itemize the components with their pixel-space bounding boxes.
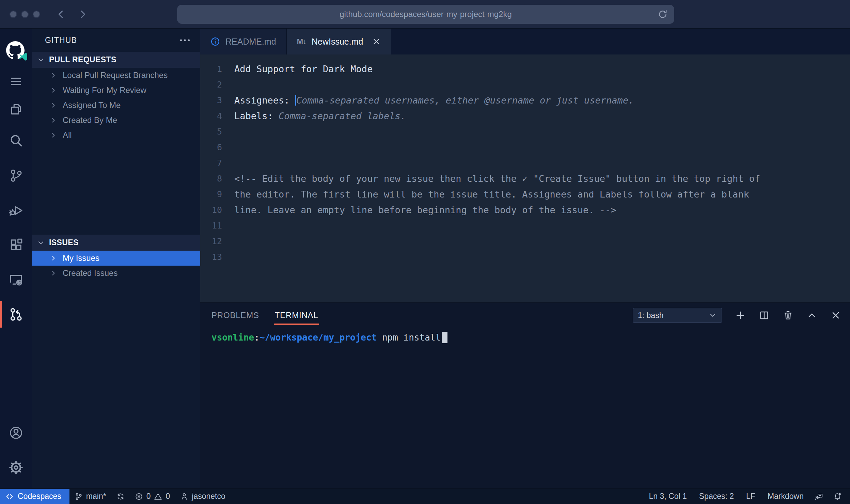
editor-line[interactable]: 11	[200, 218, 850, 234]
tab-label: NewIssue.md	[312, 37, 363, 47]
chevron-right-icon	[50, 269, 57, 277]
labels-hint: Comma-separated labels.	[279, 111, 406, 121]
tab-newissue[interactable]: M↓ NewIssue.md	[287, 29, 392, 54]
window-maximize-button[interactable]	[33, 11, 40, 18]
maximize-panel-icon[interactable]	[806, 310, 817, 321]
section-pull-requests[interactable]: PULL REQUESTS	[32, 52, 200, 68]
tree-item-local-pr-branches[interactable]: Local Pull Request Branches	[32, 68, 200, 83]
info-icon	[210, 37, 220, 46]
tree-item-all[interactable]: All	[32, 128, 200, 143]
problems-status-item[interactable]: 0 0	[130, 489, 175, 504]
line-number: 10	[200, 202, 222, 218]
tree-item-created-by-me[interactable]: Created By Me	[32, 113, 200, 128]
sync-icon	[116, 492, 125, 501]
line-number: 9	[200, 187, 222, 202]
cursor-position-item[interactable]: Ln 3, Col 1	[643, 489, 693, 504]
menu-icon[interactable]	[0, 67, 32, 95]
editor-line[interactable]: 8<!-- Edit the body of your new issue th…	[200, 171, 850, 187]
forward-icon[interactable]	[78, 9, 88, 19]
terminal-cursor	[442, 332, 447, 343]
editor-line[interactable]: 7	[200, 155, 850, 171]
chevron-right-icon	[50, 131, 57, 139]
terminal-prompt-line: vsonline : ~/workspace/my_project npm in…	[211, 330, 850, 345]
window-minimize-button[interactable]	[21, 11, 29, 18]
split-terminal-icon[interactable]	[759, 310, 770, 321]
window-close-button[interactable]	[10, 11, 17, 18]
language-mode-item[interactable]: Markdown	[761, 489, 810, 504]
close-panel-icon[interactable]	[830, 310, 841, 321]
editor-tab-bar: README.md M↓ NewIssue.md	[200, 29, 850, 54]
terminal-output[interactable]: vsonline : ~/workspace/my_project npm in…	[200, 328, 850, 488]
indentation-item[interactable]: Spaces: 2	[693, 489, 740, 504]
more-actions-icon[interactable]	[180, 38, 190, 42]
tree-item-my-issues[interactable]: My Issues	[32, 251, 200, 266]
warning-count: 0	[166, 492, 170, 501]
warnings-icon	[154, 492, 162, 501]
editor-line[interactable]: 12	[200, 234, 850, 249]
codespaces-status-item[interactable]: Codespaces	[0, 489, 69, 504]
eol-item[interactable]: LF	[740, 489, 761, 504]
tree-item-label: All	[63, 130, 72, 140]
github-pull-requests-icon[interactable]	[0, 297, 32, 332]
editor-line[interactable]: 1Add Support for Dark Mode	[200, 61, 850, 77]
explorer-icon[interactable]	[0, 95, 32, 123]
terminal-command: npm install	[377, 332, 441, 343]
editor-line[interactable]: 10line. Leave an empty line before begin…	[200, 202, 850, 218]
user-status-item[interactable]: jasonetco	[175, 489, 230, 504]
sync-status-item[interactable]	[111, 489, 130, 504]
tree-item-label: My Issues	[63, 253, 99, 263]
terminal-user: vsonline	[211, 332, 254, 343]
account-icon[interactable]	[0, 415, 32, 450]
sidebar-title: GITHUB	[45, 36, 77, 45]
chevron-down-icon	[709, 311, 717, 319]
new-terminal-icon[interactable]	[735, 310, 746, 321]
editor-line[interactable]: 13	[200, 249, 850, 265]
editor-line[interactable]: 6	[200, 140, 850, 155]
line-number: 12	[200, 234, 222, 249]
extensions-icon[interactable]	[0, 227, 32, 262]
terminal-path: ~/workspace/my_project	[259, 332, 377, 343]
tab-label: README.md	[225, 37, 276, 47]
section-issues[interactable]: ISSUES	[32, 235, 200, 251]
editor-line[interactable]: 4Labels: Comma-separated labels.	[200, 108, 850, 124]
remote-explorer-icon[interactable]	[0, 262, 32, 297]
tree-item-assigned-to-me[interactable]: Assigned To Me	[32, 98, 200, 113]
chevron-right-icon	[50, 116, 57, 124]
status-bar: Codespaces main* 0 0 jasonetco Ln 3, Col…	[0, 488, 850, 504]
issue-title-text: Add Support for Dark Mode	[234, 64, 373, 74]
tree-item-label: Local Pull Request Branches	[63, 70, 168, 80]
terminal-separator: :	[254, 332, 259, 343]
settings-gear-icon[interactable]	[0, 450, 32, 485]
terminal-shell-select[interactable]: 1: bash	[633, 308, 722, 323]
branch-status-item[interactable]: main*	[69, 489, 111, 504]
editor-line[interactable]: 9the editor. The first line will be the …	[200, 187, 850, 202]
labels-label: Labels:	[234, 111, 279, 121]
editor-line[interactable]: 2	[200, 77, 850, 93]
tab-terminal[interactable]: TERMINAL	[275, 303, 318, 328]
tree-item-label: Waiting For My Review	[63, 85, 146, 95]
notifications-item[interactable]	[828, 489, 847, 504]
line-number: 2	[200, 77, 222, 93]
line-number: 4	[200, 108, 222, 124]
tree-item-label: Created Issues	[63, 268, 117, 278]
git-branch-icon	[75, 492, 83, 501]
sidebar-spacer	[32, 143, 200, 235]
url-bar[interactable]: github.com/codespaces/user-my-project-mg…	[177, 5, 674, 24]
back-icon[interactable]	[56, 9, 66, 19]
editor-line[interactable]: 3Assignees: Comma-separated usernames, e…	[200, 93, 850, 108]
tab-problems[interactable]: PROBLEMS	[211, 303, 259, 328]
refresh-icon[interactable]	[657, 9, 668, 20]
close-tab-icon[interactable]	[372, 37, 381, 46]
run-debug-icon[interactable]	[0, 193, 32, 227]
editor[interactable]: 1Add Support for Dark Mode 2 3Assignees:…	[200, 54, 850, 302]
kill-terminal-icon[interactable]	[783, 310, 793, 321]
tab-readme[interactable]: README.md	[200, 29, 287, 54]
tree-item-waiting-for-my-review[interactable]: Waiting For My Review	[32, 83, 200, 98]
editor-line[interactable]: 5	[200, 124, 850, 140]
tree-item-created-issues[interactable]: Created Issues	[32, 266, 200, 281]
search-icon[interactable]	[0, 123, 32, 158]
feedback-item[interactable]	[810, 489, 828, 504]
comment-text: the editor. The first line will be the i…	[234, 189, 749, 200]
source-control-icon[interactable]	[0, 158, 32, 193]
line-number: 1	[200, 61, 222, 77]
